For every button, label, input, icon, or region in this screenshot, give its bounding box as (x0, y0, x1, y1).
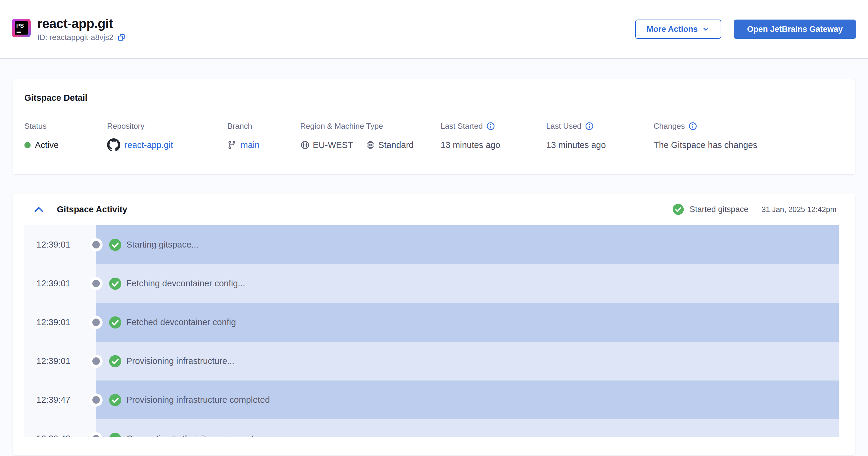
timeline-dot-icon (89, 238, 102, 251)
log-message-cell: Fetched devcontainer config (96, 303, 839, 342)
log-row: 12:39:01 Fetching devcontainer config... (13, 264, 855, 303)
gitspace-activity-title: Gitspace Activity (57, 205, 127, 214)
logo-text: PS (16, 23, 24, 29)
status-value: Active (35, 140, 59, 150)
log-time: 12:39:01 (36, 240, 70, 250)
success-check-icon (108, 432, 122, 438)
copy-icon[interactable] (117, 33, 126, 42)
log-message: Connecting to the gitspace agent... (126, 434, 261, 437)
log-row-right-pad (839, 342, 855, 381)
log-message-cell: Connecting to the gitspace agent... (96, 419, 839, 437)
gitspace-activity-card: Gitspace Activity Started gitspace 31 Ja… (12, 193, 856, 455)
logo-underscore (17, 32, 21, 33)
repository-label: Repository (107, 122, 227, 131)
log-message: Fetching devcontainer config... (126, 278, 245, 288)
log-time: 12:39:48 (36, 434, 70, 437)
activity-timestamp: 31 Jan, 2025 12:42pm (762, 205, 836, 214)
gitspace-detail-title: Gitspace Detail (24, 93, 844, 103)
log-row-right-pad (839, 303, 855, 342)
log-row-left-pad (13, 264, 24, 303)
machine-type-value: Standard (378, 140, 414, 150)
gitspace-id-label: ID: reactappgit-a8vjs2 (37, 33, 114, 42)
region-machine-label: Region & Machine Type (300, 122, 441, 131)
branch-label: Branch (227, 122, 300, 131)
branch-link[interactable]: main (241, 140, 259, 150)
success-check-icon (672, 203, 684, 215)
log-message-cell: Starting gitspace... (96, 225, 839, 264)
field-last-started: Last Started 13 minutes ago (441, 122, 546, 152)
last-used-label: Last Used (546, 122, 581, 131)
log-time-gutter: 12:39:47 (24, 381, 96, 419)
page-title: react-app.git (37, 16, 126, 31)
log-row-right-pad (839, 264, 855, 303)
status-label: Status (24, 122, 107, 131)
more-actions-button[interactable]: More Actions (635, 20, 721, 39)
log-time-gutter: 12:39:01 (24, 225, 96, 264)
field-branch: Branch main (227, 122, 300, 152)
log-time: 12:39:47 (36, 395, 70, 405)
chevron-down-icon (702, 25, 710, 33)
log-time-gutter: 12:39:48 (24, 419, 96, 437)
success-check-icon (108, 238, 122, 251)
activity-status-label: Started gitspace (690, 205, 748, 214)
github-icon (107, 139, 120, 152)
info-icon[interactable] (688, 122, 697, 130)
field-last-used: Last Used 13 minutes ago (546, 122, 654, 152)
git-branch-icon (227, 141, 237, 150)
log-row-left-pad (13, 381, 24, 419)
timeline-dot-icon (89, 393, 102, 407)
success-check-icon (108, 355, 122, 368)
log-message: Provisioning infrastructure... (126, 356, 234, 366)
region-value: EU-WEST (313, 140, 353, 150)
field-repository: Repository react-app.git (107, 122, 227, 152)
log-row: 12:39:01 Starting gitspace... (13, 225, 855, 264)
last-used-value: 13 minutes ago (546, 138, 654, 152)
log-time: 12:39:01 (36, 356, 70, 366)
info-icon[interactable] (585, 122, 594, 130)
gitspace-detail-card: Gitspace Detail Status Active Repository… (12, 79, 856, 175)
field-region-machine: Region & Machine Type EU-WEST Standard (300, 122, 441, 152)
page-header: PS react-app.git ID: reactappgit-a8vjs2 … (0, 0, 868, 59)
chevron-up-icon[interactable] (34, 206, 43, 213)
field-changes: Changes The Gitspace has changes (654, 122, 844, 152)
log-message-cell: Fetching devcontainer config... (96, 264, 839, 303)
log-row-right-pad (839, 225, 855, 264)
timeline-dot-icon (89, 355, 102, 368)
changes-value: The Gitspace has changes (654, 138, 844, 152)
activity-log[interactable]: 12:39:01 Starting gitspace... 12:39:01 F… (13, 225, 855, 437)
log-time: 12:39:01 (36, 317, 70, 327)
log-time-gutter: 12:39:01 (24, 264, 96, 303)
log-message-cell: Provisioning infrastructure... (96, 342, 839, 381)
log-row-left-pad (13, 303, 24, 342)
log-row: 12:39:48 Connecting to the gitspace agen… (13, 419, 855, 437)
log-row-left-pad (13, 342, 24, 381)
timeline-dot-icon (89, 316, 102, 329)
open-jetbrains-gateway-button[interactable]: Open JetBrains Gateway (734, 20, 856, 39)
info-icon[interactable] (486, 122, 495, 130)
log-time-gutter: 12:39:01 (24, 303, 96, 342)
phpstorm-logo-icon: PS (12, 19, 31, 37)
log-message: Provisioning infrastructure completed (126, 395, 270, 405)
changes-label: Changes (654, 122, 685, 131)
log-row: 12:39:01 Fetched devcontainer config (13, 303, 855, 342)
log-row-right-pad (839, 419, 855, 437)
success-check-icon (108, 277, 122, 290)
log-time-gutter: 12:39:01 (24, 342, 96, 381)
log-message-cell: Provisioning infrastructure completed (96, 381, 839, 419)
log-row: 12:39:01 Provisioning infrastructure... (13, 342, 855, 381)
log-row: 12:39:47 Provisioning infrastructure com… (13, 381, 855, 419)
log-row-right-pad (839, 381, 855, 419)
success-check-icon (108, 393, 122, 407)
log-message: Starting gitspace... (126, 240, 198, 250)
last-started-label: Last Started (441, 122, 483, 131)
field-status: Status Active (24, 122, 107, 152)
log-row-left-pad (13, 225, 24, 264)
timeline-dot-icon (89, 277, 102, 290)
globe-icon (300, 140, 310, 150)
status-active-dot-icon (24, 142, 31, 148)
repository-link[interactable]: react-app.git (125, 140, 173, 150)
success-check-icon (108, 316, 122, 329)
log-message: Fetched devcontainer config (126, 317, 236, 327)
more-actions-label: More Actions (647, 25, 698, 34)
machine-chip-icon (366, 140, 375, 150)
